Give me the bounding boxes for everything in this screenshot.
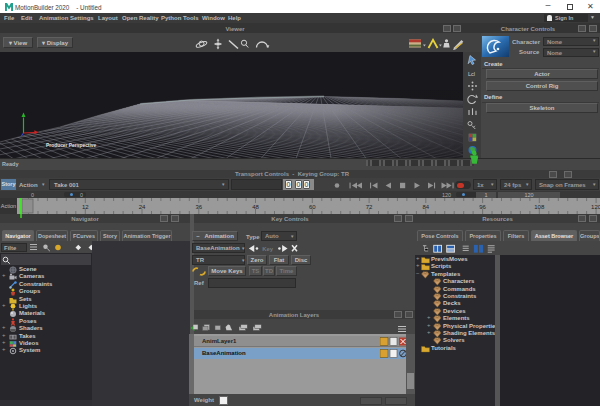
svg-text:96: 96 — [479, 204, 486, 210]
svg-text:84: 84 — [422, 204, 429, 210]
svg-text:60: 60 — [309, 204, 316, 210]
svg-text:36: 36 — [195, 204, 202, 210]
svg-text:24: 24 — [139, 204, 146, 210]
svg-text:12: 12 — [82, 204, 89, 210]
svg-text:120: 120 — [591, 204, 600, 210]
svg-text:48: 48 — [252, 204, 259, 210]
svg-text:Key: Key — [262, 246, 273, 252]
svg-text:72: 72 — [366, 204, 373, 210]
svg-text:Lcl: Lcl — [468, 71, 475, 77]
svg-text:108: 108 — [534, 204, 545, 210]
